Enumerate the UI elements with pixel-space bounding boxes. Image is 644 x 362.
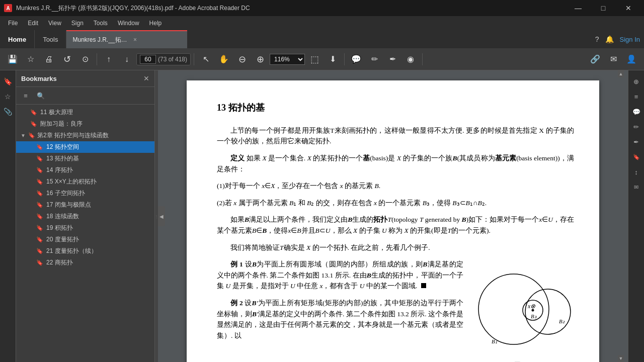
- close-button[interactable]: ✕: [617, 0, 640, 16]
- bookmark-item-21[interactable]: 🔖 21 度量拓扑（续）: [16, 245, 154, 257]
- bookmark-label-13: 13 拓扑的基: [46, 154, 79, 163]
- share-link-button[interactable]: 🔗: [587, 51, 604, 68]
- email-button[interactable]: ✉: [605, 51, 622, 68]
- rotate-button[interactable]: ↺: [58, 51, 75, 68]
- panel-with-icons: 🔖 ☆ 📎 Bookmarks ✕ ≡ 🔍 🔖 11 极大原理: [0, 70, 154, 362]
- bookmark-item-16[interactable]: 🔖 16 子空间拓扑: [16, 188, 154, 199]
- bookmark-icon-22: 🔖: [36, 259, 43, 266]
- zoom-in-button[interactable]: ⊕: [252, 51, 269, 68]
- bookmark-item-ch2[interactable]: ▼ 🔖 第2章 拓扑空间与连续函数: [16, 130, 154, 141]
- bookmark-label-22: 22 商拓扑: [46, 258, 73, 267]
- bookmark-item-15[interactable]: 🔖 15 X×Y上的积拓扑: [16, 176, 154, 188]
- bookmark-item-12[interactable]: 🔖 12 拓扑空间: [16, 141, 154, 153]
- scroll-up-button[interactable]: ▲: [618, 70, 624, 77]
- menu-view[interactable]: View: [44, 18, 65, 28]
- pdf-area[interactable]: ▲ ◀ 13 拓扑的基 上节的每一个例子都是用开集族T来刻画拓扑的，这样做一般显…: [158, 70, 628, 362]
- right-comment-button[interactable]: 💬: [629, 105, 643, 119]
- bookmark-icon-19: 🔖: [36, 225, 43, 231]
- bookmarks-close-button[interactable]: ✕: [143, 74, 149, 82]
- save-button[interactable]: 💾: [4, 51, 21, 68]
- highlight-button[interactable]: ✏: [366, 51, 383, 68]
- right-share-button[interactable]: ✉: [629, 180, 643, 194]
- bookmark-icon-13: 🔖: [36, 155, 43, 162]
- bookmark-label-ch2: 第2章 拓扑空间与连续函数: [37, 131, 109, 140]
- tab-home[interactable]: Home: [0, 30, 35, 48]
- attachments-icon-button[interactable]: 📎: [1, 105, 15, 119]
- bookmark-icon-20: 🔖: [36, 236, 43, 243]
- titlebar: A Munkres J.R.__拓扑学 (原书第2版)(JQGY, 2006)(…: [0, 0, 644, 16]
- tab-document[interactable]: Munkres J.R.__拓… ×: [66, 30, 187, 48]
- bookmark-label-17: 17 闭集与极限点: [46, 201, 91, 209]
- bookmarks-list-view-button[interactable]: ≡: [19, 89, 32, 102]
- bookmark-icon-17: 🔖: [36, 202, 43, 208]
- minimize-button[interactable]: —: [567, 0, 590, 16]
- notifications-button[interactable]: 🔔: [605, 35, 614, 43]
- pdf-para-4: (2)若 x 属于两个基元素 B₁ 和 B₂ 的交，则存在包含 x 的一个基元素…: [217, 198, 574, 209]
- menu-help[interactable]: Help: [145, 18, 166, 28]
- tab-close-button[interactable]: ×: [131, 36, 139, 44]
- svg-text:B₂: B₂: [559, 318, 565, 324]
- panel-collapse-button[interactable]: ◀: [158, 206, 165, 226]
- bookmark-item-20[interactable]: 🔖 20 度量拓扑: [16, 234, 154, 245]
- bookmarks-icon-button[interactable]: 🔖: [1, 74, 15, 88]
- menu-edit[interactable]: Edit: [24, 18, 42, 28]
- bookmark-item-19[interactable]: 🔖 19 积拓扑: [16, 222, 154, 234]
- maximize-button[interactable]: □: [592, 0, 615, 16]
- titlebar-title: Munkres J.R.__拓扑学 (原书第2版)(JQGY, 2006)(41…: [16, 4, 250, 13]
- cursor-tool-button[interactable]: ↖: [197, 51, 214, 68]
- bookmark-item-14[interactable]: 🔖 14 序拓扑: [16, 164, 154, 176]
- stamp-button[interactable]: ◉: [402, 51, 419, 68]
- next-page-button[interactable]: ↓: [118, 51, 135, 68]
- pdf-page: 13 拓扑的基 上节的每一个例子都是用开集族T来刻画拓扑的，这样做一般显得不太方…: [187, 80, 599, 362]
- page-number-input[interactable]: [140, 55, 156, 64]
- bookmark-icon-14: 🔖: [36, 167, 43, 173]
- right-accessibility-button[interactable]: ↕: [629, 165, 643, 179]
- scroll-down-button[interactable]: ▼: [618, 355, 624, 362]
- user-button[interactable]: 👤: [623, 51, 640, 68]
- comment-button[interactable]: 💬: [348, 51, 365, 68]
- zoom-fit-button[interactable]: ⊙: [76, 51, 94, 68]
- tab-tools[interactable]: Tools: [35, 30, 66, 48]
- right-pages-button[interactable]: ≡: [629, 89, 643, 104]
- menu-tools[interactable]: Tools: [90, 18, 112, 28]
- bookmark-item-11[interactable]: 🔖 11 极大原理: [16, 107, 154, 118]
- download-button[interactable]: ⬇: [324, 51, 341, 68]
- page-total: (73 of 418): [158, 56, 187, 63]
- right-highlight-button[interactable]: ✏: [629, 120, 643, 134]
- bookmark-label-19: 19 积拓扑: [46, 224, 73, 232]
- zoom-select[interactable]: 116% 100% 75% 50% 125% 150%: [270, 54, 305, 65]
- print-button[interactable]: 🖨: [40, 51, 57, 68]
- right-signature-button[interactable]: 🔖: [629, 150, 643, 164]
- menu-window[interactable]: Window: [114, 18, 143, 28]
- prev-page-button[interactable]: ↑: [100, 51, 117, 68]
- titlebar-controls: — □ ✕: [567, 0, 640, 16]
- menu-file[interactable]: File: [4, 18, 22, 28]
- layers-icon-button[interactable]: ☆: [1, 89, 15, 104]
- pdf-example-1-text: 例 1 设B为平面上所有圆形域（圆周的内部）所组成的族，则B满足基的定义中的两个…: [217, 259, 463, 347]
- bookmark-item-13[interactable]: 🔖 13 拓扑的基: [16, 153, 154, 164]
- bookmark-label-15: 15 X×Y上的积拓扑: [46, 177, 97, 186]
- bookmark-item-18[interactable]: 🔖 18 连续函数: [16, 211, 154, 222]
- bookmarks-search-button[interactable]: 🔍: [34, 89, 47, 102]
- bookmark-item-17[interactable]: 🔖 17 闭集与极限点: [16, 199, 154, 211]
- bookmark-add-button[interactable]: ☆: [22, 51, 39, 68]
- right-zoom-button[interactable]: ⊕: [629, 74, 643, 88]
- toolbar-right: 🔗 ✉ 👤: [587, 51, 640, 68]
- right-draw-button[interactable]: ✒: [629, 135, 643, 149]
- hand-tool-button[interactable]: ✋: [215, 51, 232, 68]
- zoom-out-button[interactable]: ⊖: [233, 51, 251, 68]
- chapter-title: 13 拓扑的基: [217, 101, 574, 115]
- draw-button[interactable]: ✒: [384, 51, 401, 68]
- main-area: 🔖 ☆ 📎 Bookmarks ✕ ≡ 🔍 🔖 11 极大原理: [0, 70, 644, 362]
- bookmark-label-fj: 附加习题：良序: [40, 120, 83, 128]
- bookmark-icon-16: 🔖: [36, 190, 43, 197]
- selection-tool-button[interactable]: ⬚: [306, 51, 323, 68]
- toolbar-separator-1: [97, 53, 97, 65]
- bookmark-item-fj[interactable]: 🔖 附加习题：良序: [16, 118, 154, 130]
- bookmark-item-22[interactable]: 🔖 22 商拓扑: [16, 257, 154, 268]
- bookmark-icon-fj: 🔖: [30, 121, 37, 127]
- menu-sign[interactable]: Sign: [67, 18, 88, 28]
- help-button[interactable]: ?: [595, 35, 599, 43]
- bookmark-label-11: 11 极大原理: [40, 108, 73, 117]
- sign-in-button[interactable]: Sign In: [620, 36, 640, 43]
